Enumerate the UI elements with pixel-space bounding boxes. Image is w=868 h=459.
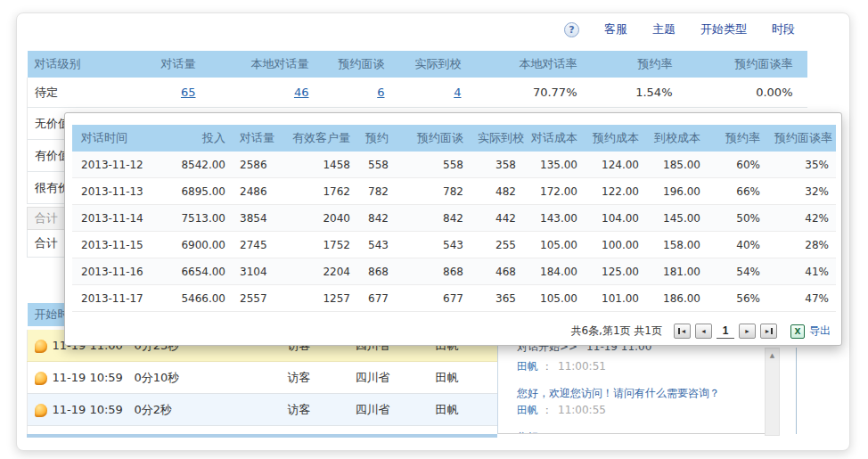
col-appointment-cost: 预约成本 [585, 125, 646, 152]
next-table-header-edge [27, 434, 497, 438]
col-dialog-level: 对话级别 [28, 51, 130, 78]
next-page-button[interactable]: ► [739, 324, 756, 339]
scroll-up-icon[interactable]: ▲ [766, 350, 778, 361]
col-appointment-interview: 预约面谈 [323, 51, 399, 78]
chat-message-text: 您好，欢迎您访问！请问有什么需要咨询？ [517, 386, 765, 401]
pending-appointment-rate: 1.54% [592, 78, 687, 108]
row-label-pending: 待定 [28, 78, 130, 108]
session-visitor-type: 访客 [288, 394, 356, 426]
col-actual-arrival: 实际到校 [399, 51, 476, 78]
col-appointments: 预约 [357, 125, 396, 152]
session-region: 四川省 [356, 362, 436, 394]
nav-start-type[interactable]: 开始类型 [700, 21, 747, 37]
detail-popup: 对话时间 投入 对话量 有效客户量 预约 预约面谈 实际到校 对话成本 预约成本… [64, 112, 842, 346]
pending-interview-rate: 0.00% [687, 78, 807, 108]
col-investment: 投入 [143, 125, 233, 152]
page-number-input[interactable] [717, 324, 734, 339]
col-valid-customers: 有效客户量 [273, 125, 357, 152]
table-row: 2013-11-175466.0025571257677677365105.00… [72, 285, 836, 312]
col-appointment-rate: 预约率 [708, 125, 767, 152]
agent-name: 田帆 [517, 360, 538, 373]
table-row: 2013-11-166654.0031042204868868468184.00… [72, 258, 836, 285]
nav-topic[interactable]: 主题 [652, 21, 676, 37]
col-dialog-count: 对话量 [130, 51, 210, 78]
table-row: 待定 65 46 6 4 70.77% 1.54% 0.00% [28, 78, 807, 108]
table-row: 2013-11-156900.0027451752543543255105.00… [72, 232, 836, 258]
summary-header-label: 合计 [35, 210, 58, 226]
col-local-dialog-rate: 本地对话率 [476, 51, 592, 78]
table-row: 2013-11-128542.0025861458558558358135.00… [72, 152, 836, 178]
visitor-emoticon-icon [35, 404, 47, 417]
help-icon[interactable]: ? [564, 22, 579, 37]
pending-dialogs-link[interactable]: 65 [181, 86, 196, 99]
visitor-emoticon-icon [35, 372, 47, 385]
chat-message-header: 田帆：11:00:55 [517, 403, 765, 418]
session-start-time: 11-19 10:59 [53, 394, 135, 426]
col-appointment-interview: 预约面谈 [396, 125, 471, 152]
first-page-button[interactable]: ◄ [674, 324, 691, 339]
nav-time-period[interactable]: 时段 [772, 21, 795, 37]
col-interview-rate: 预约面谈率 [767, 125, 836, 152]
session-agent: 田帆 [436, 394, 498, 426]
popup-pagination: 共6条,第1页 共1页 ◄ ◄ ► ► X 导出 [570, 324, 831, 339]
nav-customer-service[interactable]: 客服 [604, 21, 627, 37]
export-link[interactable]: 导出 [809, 324, 831, 339]
popup-header-row: 对话时间 投入 对话量 有效客户量 预约 预约面谈 实际到校 对话成本 预约成本… [72, 125, 836, 152]
session-row[interactable]: 11-19 10:59 0分10秒 访客 四川省 田帆 [28, 362, 498, 394]
session-duration: 0分2秒 [135, 394, 288, 426]
vertical-divider [796, 348, 797, 434]
col-arrival-cost: 到校成本 [646, 125, 708, 152]
col-dialog-cost: 对话成本 [523, 125, 585, 152]
session-start-time: 11-19 10:59 [53, 362, 135, 394]
dialog-level-header-row: 对话级别 对话量 本地对话量 预约面谈 实际到校 本地对话率 预约率 预约面谈率 [28, 51, 807, 78]
pending-local-rate: 70.77% [476, 78, 592, 108]
session-region: 四川省 [356, 394, 436, 426]
chat-message-text: 你好 [517, 430, 765, 434]
pending-appointments-link[interactable]: 6 [377, 86, 384, 99]
table-row: 2013-11-136895.0024861762782782482172.00… [72, 178, 836, 205]
previous-page-button[interactable]: ◄ [695, 324, 712, 339]
session-duration: 0分10秒 [135, 362, 288, 394]
visitor-emoticon-icon [35, 340, 47, 353]
chat-scrollbar[interactable]: ▲ [765, 348, 780, 436]
summary-total-label: 合计 [35, 235, 58, 251]
col-actual-arrival: 实际到校 [471, 125, 523, 152]
col-dialog-count: 对话量 [233, 125, 273, 152]
top-nav: ? 客服 主题 开始类型 时段 [535, 21, 795, 37]
session-visitor-type: 访客 [288, 362, 356, 394]
pagination-summary: 共6条,第1页 共1页 [570, 324, 662, 339]
excel-export-icon[interactable]: X [790, 324, 805, 339]
col-dialog-time: 对话时间 [72, 125, 143, 152]
screen: ? 客服 主题 开始类型 时段 对话级别 对话量 本地对话量 预约面谈 实际到校… [0, 0, 868, 459]
pending-arrived-link[interactable]: 4 [454, 86, 461, 99]
col-interview-rate: 预约面谈率 [687, 51, 807, 78]
chat-message-header: 田帆：11:00:51 [517, 359, 765, 374]
pending-local-dialogs-link[interactable]: 46 [294, 86, 309, 99]
table-row: 2013-11-147513.0038542040842842442143.00… [72, 205, 836, 232]
last-page-button[interactable]: ► [760, 324, 777, 339]
col-appointment-rate: 预约率 [592, 51, 687, 78]
message-time: 11:00:55 [558, 404, 606, 416]
message-time: 11:00:51 [558, 360, 606, 373]
agent-name: 田帆 [517, 404, 538, 416]
col-local-dialog-count: 本地对话量 [210, 51, 323, 78]
session-agent: 田帆 [436, 362, 498, 394]
session-row[interactable]: 11-19 10:59 0分2秒 访客 四川省 田帆 [28, 394, 498, 426]
